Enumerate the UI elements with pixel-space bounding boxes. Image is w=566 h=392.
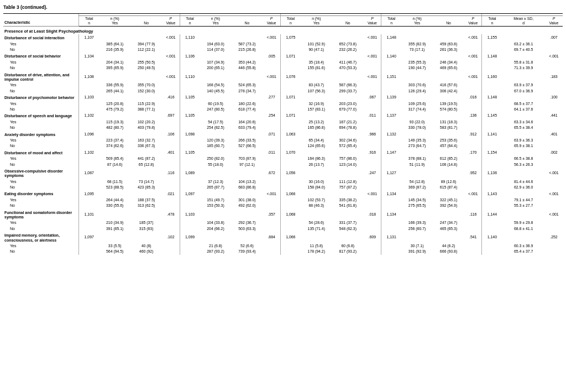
data-cell xyxy=(130,71,162,83)
data-cell: 63.2 ± 36.1 xyxy=(502,41,544,47)
data-cell: 210 (34.9) xyxy=(99,220,130,226)
data-cell xyxy=(263,162,280,168)
data-cell xyxy=(464,125,482,130)
data-cell xyxy=(464,162,482,168)
data-cell xyxy=(231,168,263,179)
data-cell xyxy=(280,82,300,88)
data-cell xyxy=(381,143,401,149)
data-cell xyxy=(464,119,482,125)
data-cell xyxy=(464,249,482,254)
data-cell xyxy=(162,249,180,254)
data-cell xyxy=(464,101,482,107)
data-cell: 145 (34.5) xyxy=(401,197,433,203)
data-cell: 152 (30.0) xyxy=(130,88,162,94)
data-cell: 216 (35.9) xyxy=(99,47,130,53)
data-cell: 315 (63) xyxy=(130,226,162,232)
data-cell xyxy=(433,131,464,138)
data-cell xyxy=(545,107,563,112)
data-cell: 11 (5.8) xyxy=(301,243,332,249)
data-row-label: No xyxy=(3,143,79,149)
data-cell: 164 (20.6) xyxy=(231,119,263,125)
data-cell: 67.0 ± 36.9 xyxy=(502,88,544,94)
data-cell xyxy=(180,185,200,190)
data-cell: 246 (34.4) xyxy=(433,60,464,65)
data-cell xyxy=(280,47,300,53)
data-row-label: No xyxy=(3,107,79,112)
data-cell: 180 (22.6) xyxy=(231,101,263,107)
data-cell xyxy=(180,203,200,208)
data-cell: <.001 xyxy=(162,34,180,41)
data-cell xyxy=(130,112,162,119)
data-cell: 97 (12.1) xyxy=(231,162,263,168)
data-cell xyxy=(545,41,563,47)
data-cell xyxy=(433,71,464,83)
data-cell xyxy=(332,53,364,59)
data-cell: 1,099 xyxy=(180,232,200,243)
data-cell xyxy=(99,71,130,83)
data-cell xyxy=(231,131,263,138)
data-cell xyxy=(381,125,401,130)
data-cell xyxy=(464,179,482,185)
data-cell xyxy=(200,190,232,197)
data-cell xyxy=(99,232,130,243)
data-cell xyxy=(482,107,502,112)
row-group-header: Functional and somatoform disorder sympt… xyxy=(3,209,79,221)
data-cell xyxy=(502,190,544,197)
data-cell xyxy=(180,125,200,130)
data-cell: 261 (36.3) xyxy=(433,47,464,53)
data-cell xyxy=(263,197,280,203)
data-cell: 1,148 xyxy=(482,94,502,101)
los-p-header: PValue xyxy=(545,16,563,27)
data-cell: 33 (5.5) xyxy=(99,243,130,249)
data-cell: .100 xyxy=(545,94,563,101)
data-cell: 273 (64.7) xyxy=(401,143,433,149)
data-cell: 253 (35.6) xyxy=(433,138,464,143)
data-cell: 164 (86.3) xyxy=(301,156,332,161)
data-row-label: Yes xyxy=(3,41,79,47)
data-cell: <.001 xyxy=(464,34,482,41)
sr-yes-header: n (%)Yes xyxy=(99,16,130,27)
data-cell xyxy=(79,179,99,185)
data-cell xyxy=(280,226,300,232)
data-cell: .478 xyxy=(162,209,180,221)
data-cell xyxy=(482,179,502,185)
data-cell xyxy=(79,143,99,149)
data-cell: .401 xyxy=(162,149,180,156)
data-cell xyxy=(263,249,280,254)
data-cell xyxy=(332,94,364,101)
data-cell xyxy=(99,94,130,101)
data-cell: 73 (14.7) xyxy=(130,179,162,185)
data-cell xyxy=(231,232,263,243)
data-row-label: Yes xyxy=(3,138,79,143)
data-cell: 89 (12.6) xyxy=(433,179,464,185)
data-cell xyxy=(502,34,544,41)
data-cell: 679 (77.0) xyxy=(332,107,364,112)
data-cell: .357 xyxy=(263,209,280,221)
data-cell: 1,154 xyxy=(482,149,502,156)
data-cell: <.001 xyxy=(545,209,563,221)
data-cell xyxy=(401,232,433,243)
data-cell xyxy=(99,112,130,119)
data-cell: <.001 xyxy=(464,190,482,197)
data-cell: <.001 xyxy=(545,190,563,197)
data-cell: 68 (11.5) xyxy=(99,179,130,185)
data-cell: 52 (6.6) xyxy=(231,243,263,249)
data-cell: .106 xyxy=(162,131,180,138)
data-cell xyxy=(482,220,502,226)
data-cell xyxy=(401,53,433,59)
data-cell: 37 (12.3) xyxy=(200,179,232,185)
data-cell xyxy=(200,168,232,179)
data-cell xyxy=(162,101,180,107)
data-cell xyxy=(545,119,563,125)
data-cell xyxy=(464,60,482,65)
data-cell: 69.7 ± 40.5 xyxy=(502,47,544,53)
data-cell: 355 (70.0) xyxy=(130,82,162,88)
data-cell xyxy=(79,249,99,254)
data-cell: 125 (20.8) xyxy=(99,101,130,107)
data-cell: <.001 xyxy=(464,71,482,83)
data-cell xyxy=(301,209,332,221)
data-cell xyxy=(482,249,502,254)
data-cell: 250 (49.5) xyxy=(130,65,162,71)
data-cell xyxy=(545,101,563,107)
data-row-label: Yes xyxy=(3,197,79,203)
